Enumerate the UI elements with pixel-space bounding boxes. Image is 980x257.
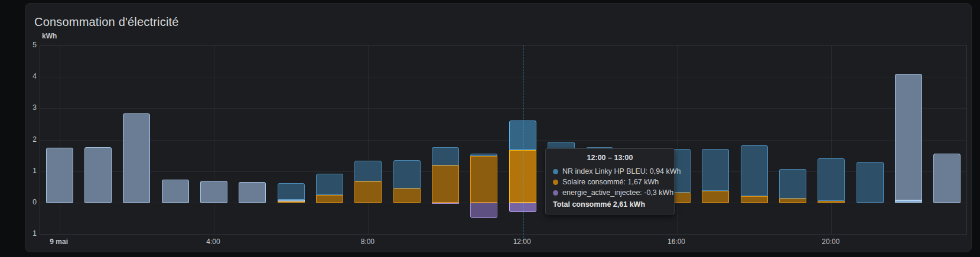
bar-segment-solar [316, 195, 343, 203]
stacked-bar-20h[interactable] [818, 45, 845, 234]
stacked-bar-22h[interactable] [895, 45, 922, 234]
bar-segment-hp [316, 174, 343, 195]
bar-segment-hp [354, 161, 382, 181]
y-axis-tick-label: 1 [25, 166, 37, 175]
tooltip-row-label: Solaire consommé: 1,67 kWh [562, 177, 659, 187]
bar-segment-hp [702, 149, 729, 191]
y-axis-tick-label: 4 [25, 71, 37, 81]
bar-segment-light [123, 113, 150, 203]
y-axis-unit-label: kWh [42, 32, 57, 40]
bar-segment-hp [818, 158, 845, 201]
x-axis-tick-label: 8:00 [344, 238, 391, 246]
bar-segment-hp [470, 154, 497, 155]
bar-segment-light [84, 147, 112, 203]
chart-plot-area[interactable] [40, 45, 967, 235]
stacked-bar-0h[interactable] [46, 45, 73, 234]
x-axis-tick-label: 16:00 [653, 238, 700, 246]
bar-segment-solar [779, 199, 806, 203]
bar-segment-inj [432, 203, 459, 204]
series-color-dot-blue [553, 169, 558, 174]
panel-consommation-electricite: Consommation d'électricité kWh 12:00 – 1… [25, 3, 972, 252]
bar-segment-hp [432, 147, 459, 165]
stacked-bar-3h[interactable] [162, 45, 189, 234]
bar-segment-light [162, 180, 189, 203]
bar-segment-light [895, 74, 922, 200]
x-axis-tick-label: 4:00 [190, 238, 237, 246]
tooltip-time-range: 12:00 – 13:00 [553, 154, 667, 162]
bar-segment-solar [354, 181, 382, 203]
tooltip-row-hp-bleu: NR index Linky HP BLEU: 0,94 kWh [553, 166, 667, 177]
bar-segment-inj [470, 203, 497, 219]
y-axis-tick-label: 1 [25, 229, 37, 238]
y-axis-tick-label: 5 [25, 40, 37, 50]
bar-segment-solar [393, 188, 421, 203]
bar-segment-hp [857, 162, 884, 203]
bar-segment-hp [278, 183, 305, 200]
stacked-bar-8h[interactable] [354, 45, 382, 234]
bar-segment-light [239, 182, 266, 203]
stacked-bar-9h[interactable] [393, 45, 421, 234]
series-color-dot-purple [553, 190, 558, 196]
stacked-bar-11h[interactable] [470, 45, 497, 234]
x-axis-tick-label: 9 mai [35, 238, 83, 246]
chart-tooltip: 12:00 – 13:00 NR index Linky HP BLEU: 0,… [545, 148, 675, 214]
stacked-bar-1h[interactable] [84, 45, 112, 234]
bar-segment-hp [741, 145, 768, 196]
bar-segment-hp [779, 169, 806, 199]
bar-segment-solar [702, 191, 729, 203]
panel-title: Consommation d'électricité [34, 15, 179, 29]
tooltip-row-solaire: Solaire consommé: 1,67 kWh [553, 177, 667, 187]
bar-segment-light [200, 181, 227, 203]
bar-segment-solar [818, 201, 845, 203]
bar-segment-solar [470, 156, 497, 203]
x-axis-tick-label: 20:00 [807, 238, 854, 246]
y-axis-tick-label: 3 [25, 103, 37, 112]
bar-segment-light [933, 154, 961, 202]
stacked-bar-21h[interactable] [857, 45, 884, 234]
stacked-bar-4h[interactable] [200, 45, 227, 234]
tooltip-row-injectee: energie_active_injectee: -0,3 kWh [553, 187, 667, 198]
stacked-bar-5h[interactable] [239, 45, 266, 234]
crosshair-line [523, 45, 523, 240]
bar-segment-solar [741, 196, 768, 203]
stacked-bar-2h[interactable] [123, 45, 150, 234]
bar-segment-light [46, 148, 73, 203]
bar-segment-light-bright [895, 200, 922, 203]
y-axis-tick-label: 2 [25, 135, 37, 144]
stacked-bar-17h[interactable] [702, 45, 729, 234]
stacked-bar-10h[interactable] [432, 45, 459, 234]
bar-segment-solar [432, 165, 459, 203]
stacked-bar-6h[interactable] [278, 45, 305, 234]
tooltip-total: Total consommé 2,61 kWh [553, 200, 667, 209]
tooltip-row-label: energie_active_injectee: -0,3 kWh [562, 187, 673, 198]
tooltip-row-label: NR index Linky HP BLEU: 0,94 kWh [562, 166, 681, 177]
bar-segment-light-bright [278, 200, 305, 202]
stacked-bar-23h[interactable] [933, 45, 961, 234]
stacked-bar-18h[interactable] [741, 45, 768, 234]
stacked-bar-19h[interactable] [779, 45, 806, 234]
stacked-bar-7h[interactable] [316, 45, 343, 234]
series-color-dot-orange [553, 180, 558, 185]
y-axis-tick-label: 0 [25, 197, 37, 207]
x-axis-tick-label: 12:00 [499, 238, 546, 246]
bar-segment-hp [393, 160, 421, 188]
